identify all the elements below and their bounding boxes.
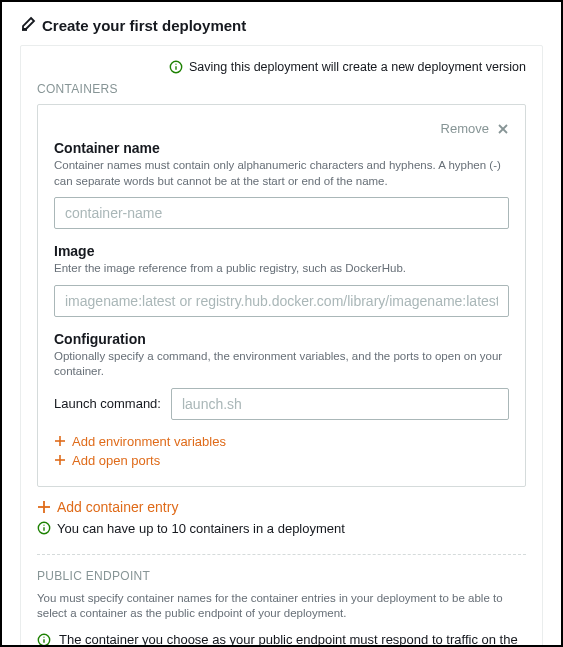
add-container-entry-label: Add container entry	[57, 499, 178, 515]
svg-point-13	[43, 525, 44, 526]
launch-command-input[interactable]	[171, 388, 509, 420]
container-name-desc: Container names must contain only alphan…	[54, 158, 509, 189]
page-header: Create your first deployment	[20, 16, 543, 35]
info-icon	[37, 521, 51, 535]
add-open-ports-button[interactable]: Add open ports	[54, 453, 509, 468]
remove-label: Remove	[441, 121, 489, 136]
svg-point-16	[43, 636, 44, 637]
config-desc: Optionally specify a command, the enviro…	[54, 349, 509, 380]
config-title: Configuration	[54, 331, 509, 347]
svg-point-2	[175, 64, 176, 65]
container-entry-box: Remove Container name Container names mu…	[37, 104, 526, 487]
container-name-group: Container name Container names must cont…	[54, 140, 509, 229]
plus-icon	[54, 454, 66, 466]
remove-button[interactable]: Remove	[54, 121, 509, 136]
public-endpoint-label: PUBLIC ENDPOINT	[37, 569, 526, 583]
public-endpoint-note-text: The container you choose as your public …	[59, 632, 526, 647]
info-banner: Saving this deployment will create a new…	[37, 60, 526, 74]
add-container-entry-button[interactable]: Add container entry	[37, 499, 526, 515]
container-limit-note: You can have up to 10 containers in a de…	[37, 521, 526, 536]
public-endpoint-desc: You must specify container names for the…	[37, 591, 526, 622]
image-title: Image	[54, 243, 509, 259]
plus-icon	[37, 500, 51, 514]
launch-command-label: Launch command:	[54, 396, 161, 411]
add-env-vars-button[interactable]: Add environment variables	[54, 434, 509, 449]
container-limit-text: You can have up to 10 containers in a de…	[57, 521, 345, 536]
divider	[37, 554, 526, 555]
add-env-vars-label: Add environment variables	[72, 434, 226, 449]
deployment-card: Saving this deployment will create a new…	[20, 45, 543, 647]
containers-label: CONTAINERS	[37, 82, 526, 96]
plus-icon	[54, 435, 66, 447]
info-banner-text: Saving this deployment will create a new…	[189, 60, 526, 74]
edit-icon	[20, 16, 36, 35]
image-input[interactable]	[54, 285, 509, 317]
info-icon	[37, 633, 51, 647]
container-name-input[interactable]	[54, 197, 509, 229]
close-icon	[497, 123, 509, 135]
container-name-title: Container name	[54, 140, 509, 156]
page-title: Create your first deployment	[42, 17, 246, 34]
config-group: Configuration Optionally specify a comma…	[54, 331, 509, 468]
add-open-ports-label: Add open ports	[72, 453, 160, 468]
image-group: Image Enter the image reference from a p…	[54, 243, 509, 317]
public-endpoint-note: The container you choose as your public …	[37, 632, 526, 647]
info-icon	[169, 60, 183, 74]
image-desc: Enter the image reference from a public …	[54, 261, 509, 277]
